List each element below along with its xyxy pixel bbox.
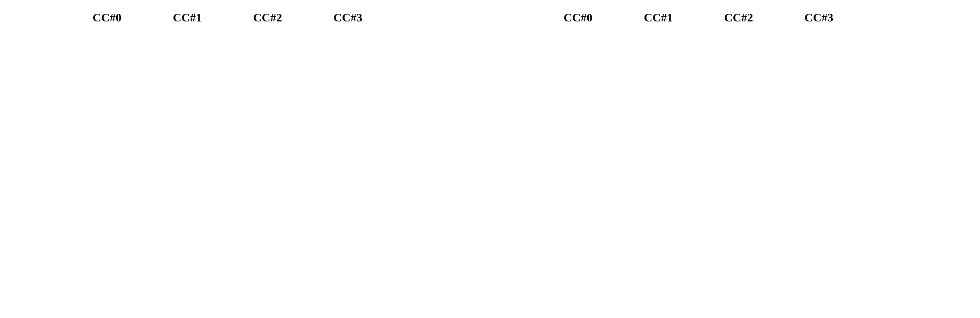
col-head: CC#0 <box>538 11 618 21</box>
column-headers: CC#0 CC#1 CC#2 CC#3 <box>67 11 388 21</box>
col-head: CC#2 <box>227 11 308 21</box>
col-head: CC#3 <box>779 11 859 21</box>
col-head: CC#3 <box>308 11 388 21</box>
col-head: CC#1 <box>618 11 698 21</box>
column-headers: CC#0 CC#1 CC#2 CC#3 <box>538 11 859 21</box>
col-head: CC#2 <box>698 11 779 21</box>
col-head: CC#0 <box>67 11 147 21</box>
col-head: CC#1 <box>147 11 227 21</box>
